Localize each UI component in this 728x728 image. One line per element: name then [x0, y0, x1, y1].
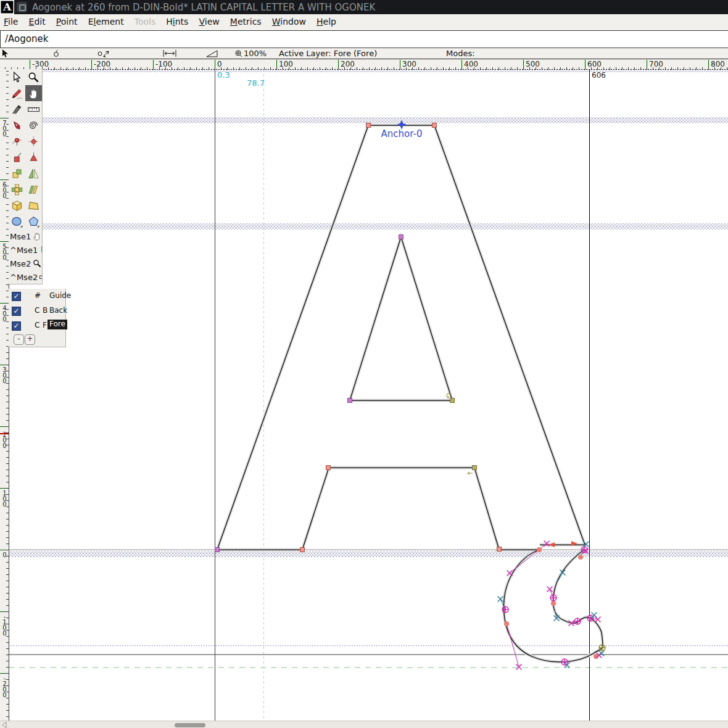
tool-curve-point[interactable] — [9, 133, 25, 149]
selected-point[interactable] — [537, 547, 542, 552]
tool-scale[interactable] — [9, 165, 25, 181]
add-layer-button[interactable]: + — [25, 334, 35, 345]
corner-point[interactable] — [215, 548, 220, 552]
vruler-label: 500 — [1, 243, 9, 260]
layer-name[interactable]: Guide — [49, 291, 71, 300]
layer-fore[interactable]: ✓ C F Fore — [9, 318, 65, 333]
menu-file[interactable]: File — [0, 14, 22, 27]
control-point[interactable] — [516, 664, 522, 670]
tool-pointer[interactable] — [9, 69, 25, 85]
menu-element[interactable]: Element — [85, 14, 128, 27]
corner-point[interactable] — [348, 399, 352, 403]
corner-point[interactable] — [366, 123, 371, 128]
control-point[interactable] — [547, 587, 553, 592]
coord-y-label: 78.7 — [247, 78, 265, 88]
layer-flag: C — [35, 321, 39, 329]
tool-polygon[interactable] — [25, 213, 42, 230]
layer-name[interactable]: Back — [49, 306, 67, 315]
menu-metrics[interactable]: Metrics — [226, 14, 265, 27]
selected-point[interactable] — [504, 621, 509, 626]
curve-point[interactable] — [574, 618, 581, 624]
tool-palette: Mse1 ^Mse1 Mse2 ^Mse2 — [9, 69, 43, 284]
selected-point[interactable] — [578, 555, 583, 560]
mouse-binding-ctrl-mse2: ^Mse2 — [9, 270, 42, 284]
tool-pen[interactable] — [9, 117, 25, 133]
menu-view[interactable]: View — [195, 14, 223, 27]
vruler-label: 700 — [1, 120, 9, 136]
menu-edit[interactable]: Edit — [25, 14, 49, 27]
tool-spiro[interactable] — [25, 117, 42, 133]
horizontal-ruler[interactable]: -300 -200 -100 0 100 200 300 400 500 600… — [0, 59, 728, 70]
tool-3d-rotate[interactable] — [9, 197, 25, 213]
tool-hvcurve-point[interactable] — [25, 133, 42, 149]
tool-flip[interactable] — [25, 165, 42, 181]
remove-layer-button[interactable]: - — [14, 334, 24, 345]
ruler-icon — [39, 273, 42, 281]
zoom-level: 100% — [244, 49, 267, 58]
alignment-zones — [9, 70, 728, 557]
modes-label: Modes: — [446, 49, 475, 58]
layer-guide-checkbox[interactable]: ✓ — [12, 292, 21, 301]
corner-point[interactable] — [497, 547, 502, 552]
pointer-icon — [39, 246, 42, 254]
tool-corner-point[interactable] — [9, 149, 25, 165]
curve-point[interactable] — [550, 595, 556, 601]
corner-point[interactable] — [300, 548, 305, 552]
menu-hints[interactable]: Hints — [162, 14, 192, 27]
magnify-icon — [33, 259, 41, 268]
glyph-outline[interactable] — [217, 125, 603, 662]
layer-back[interactable]: ✓ C B Back — [9, 304, 65, 318]
tool-ruler[interactable] — [25, 101, 42, 117]
tool-tangent-point[interactable] — [25, 149, 42, 165]
hruler-label: 800 — [708, 60, 725, 69]
hruler-label: -200 — [91, 60, 110, 69]
horizontal-scrollbar[interactable] — [0, 721, 728, 728]
vertical-ruler[interactable]: 700 600 500 400 300 200 100 0 -100 -200 — [0, 69, 9, 721]
tool-rotate[interactable] — [9, 181, 25, 197]
vruler-label: -200 — [1, 675, 9, 697]
menu-point[interactable]: Point — [52, 14, 81, 27]
pointer-status-icon — [1, 49, 10, 58]
layer-flag: C — [35, 306, 39, 315]
window-icon[interactable] — [17, 2, 27, 12]
curve-point[interactable] — [599, 645, 605, 651]
vruler-label: 400 — [1, 305, 9, 321]
scrollbar-thumb[interactable] — [175, 723, 205, 727]
first-point[interactable] — [473, 466, 477, 470]
layer-guide[interactable]: ✓ # Guide — [9, 289, 65, 304]
corner-point[interactable] — [399, 235, 403, 239]
glyph-canvas[interactable]: 0.3 78.7 606 Anchor-0 — [9, 69, 728, 721]
corner-point[interactable] — [432, 123, 437, 128]
vruler-label: -100 — [1, 613, 9, 635]
control-point[interactable] — [498, 597, 503, 602]
tool-perspective[interactable] — [25, 197, 42, 213]
glyph-name-field[interactable]: /Aogonek — [0, 30, 728, 48]
layer-back-checkbox[interactable]: ✓ — [12, 307, 21, 316]
hruler-label: 400 — [461, 60, 478, 69]
hand-icon — [33, 232, 41, 241]
menu-help[interactable]: Help — [313, 14, 340, 27]
ogonek-handles — [500, 544, 599, 667]
layer-name[interactable]: Fore — [48, 320, 67, 329]
scroll-left-arrow[interactable] — [1, 721, 8, 728]
tool-magnify[interactable] — [25, 69, 42, 85]
zoom-indicator-icon — [234, 49, 242, 58]
first-point[interactable] — [450, 399, 455, 403]
selected-point[interactable] — [551, 601, 556, 606]
control-point[interactable] — [599, 651, 605, 656]
layer-flag: F — [43, 321, 47, 329]
control-point[interactable] — [592, 613, 597, 618]
tool-hand[interactable] — [25, 85, 42, 101]
hruler-label: 600 — [585, 60, 602, 69]
glyph-outline-halo — [217, 125, 603, 662]
tool-ellipse[interactable] — [9, 213, 25, 230]
corner-point[interactable] — [326, 466, 331, 470]
tool-skew[interactable] — [25, 181, 42, 197]
layer-fore-checkbox[interactable]: ✓ — [12, 321, 21, 331]
curve-point[interactable] — [502, 606, 508, 613]
tool-knife[interactable] — [9, 101, 25, 117]
menu-window[interactable]: Window — [268, 14, 310, 27]
hruler-label: -100 — [153, 60, 172, 69]
tool-freehand[interactable] — [9, 85, 25, 101]
hruler-label: 300 — [400, 60, 416, 69]
